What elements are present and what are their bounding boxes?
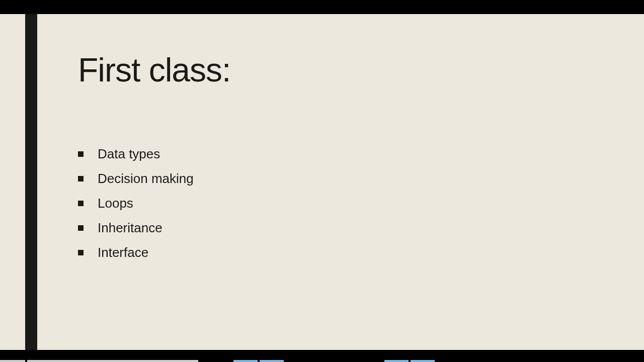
list-item: Decision making: [78, 171, 614, 187]
bullet-square-icon: [78, 201, 84, 206]
slide-content: First class: Data types Decision making …: [78, 52, 614, 270]
taskbar-segment: [27, 360, 198, 362]
list-item: Interface: [78, 245, 614, 260]
taskbar-segment: [233, 360, 258, 362]
window-top-border: [0, 0, 644, 12]
bullet-text: Inheritance: [98, 220, 163, 236]
list-item: Loops: [78, 196, 614, 211]
presentation-slide: First class: Data types Decision making …: [0, 12, 644, 350]
slide-title: First class:: [78, 52, 614, 88]
bullet-text: Loops: [98, 196, 133, 211]
taskbar-gap: [284, 360, 384, 362]
bullet-square-icon: [78, 176, 84, 182]
window-bottom-border: [0, 350, 644, 362]
list-item: Inheritance: [78, 220, 614, 236]
taskbar-gap: [198, 360, 233, 362]
taskbar-segment: [411, 360, 435, 362]
bullet-square-icon: [78, 250, 84, 255]
bullet-square-icon: [78, 151, 84, 157]
taskbar-sliver: [0, 360, 644, 362]
bullet-text: Data types: [98, 146, 160, 162]
bullet-square-icon: [78, 225, 84, 231]
bullet-text: Decision making: [98, 171, 194, 187]
slide-accent-bar: [25, 14, 37, 350]
bullet-text: Interface: [98, 245, 148, 260]
taskbar-segment: [260, 360, 284, 362]
taskbar-segment: [384, 360, 409, 362]
list-item: Data types: [78, 146, 614, 162]
taskbar-segment: [0, 360, 25, 362]
bullet-list: Data types Decision making Loops Inherit…: [78, 146, 614, 261]
